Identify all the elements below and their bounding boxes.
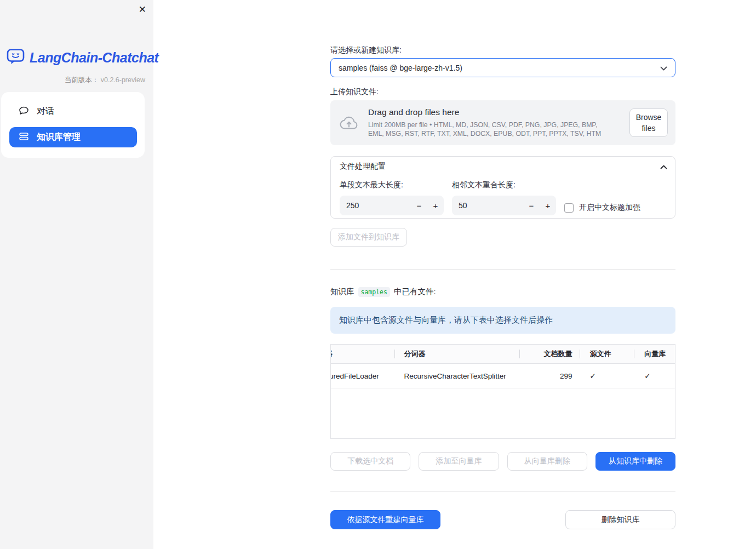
download-selected-button[interactable]: 下载选中文档 [330, 452, 410, 471]
delete-from-kb-button[interactable]: 从知识库中删除 [595, 452, 675, 471]
dropzone-text: Drag and drop files here Limit 200MB per… [368, 107, 667, 138]
file-action-buttons: 下载选中文档 添加至向量库 从向量库删除 从知识库中删除 [330, 452, 675, 471]
overlap-size-field: 相邻文本重合长度: 50 − + [452, 177, 556, 215]
chunk-size-input[interactable]: 250 − + [340, 196, 444, 215]
sidebar-close-button[interactable]: ✕ [139, 3, 146, 15]
table-header-source-file[interactable]: 源文件 [580, 345, 634, 363]
expander-title: 文件处理配置 [340, 162, 660, 171]
table-header-vector-store[interactable]: 向量库 [634, 345, 675, 363]
cell-vector-store-check: ✓ [634, 364, 675, 388]
add-files-to-kb-button[interactable]: 添加文件到知识库 [330, 228, 407, 247]
chat-bubble-icon [18, 105, 30, 118]
table-row[interactable]: uredFileLoader RecursiveCharacterTextSpl… [331, 364, 675, 388]
divider [330, 491, 675, 492]
chunk-size-value: 250 [346, 201, 411, 210]
chat-smiley-logo-icon [7, 48, 25, 67]
chunk-size-decrement-button[interactable]: − [411, 196, 427, 215]
divider [330, 269, 675, 270]
cloud-upload-icon [339, 115, 359, 134]
kb-select-value: samples (faiss @ bge-large-zh-v1.5) [339, 64, 660, 72]
kb-select-label: 请选择或新建知识库: [330, 45, 675, 55]
main-content: 请选择或新建知识库: samples (faiss @ bge-large-zh… [330, 0, 675, 549]
overlap-size-label: 相邻文本重合长度: [452, 180, 556, 190]
cell-doc-count: 299 [519, 364, 580, 388]
cell-source-file-check: ✓ [580, 364, 634, 388]
version-info: 当前版本： v0.2.6-preview [65, 76, 145, 85]
chunk-size-label: 单段文本最大长度: [340, 180, 444, 190]
kb-action-buttons: 依据源文件重建向量库 删除知识库 [330, 510, 675, 529]
kb-name-code: samples [358, 287, 390, 297]
sidebar-item-knowledge-base[interactable]: 知识库管理 [9, 127, 137, 147]
overlap-size-increment-button[interactable]: + [540, 196, 556, 215]
kb-files-heading: 知识库 samples 中已有文件: [330, 287, 675, 297]
sidebar: ✕ LangChain-Chatchat 当前版本： v0.2.6-previe… [0, 0, 153, 549]
overlap-size-decrement-button[interactable]: − [523, 196, 540, 215]
list-icon [18, 131, 30, 144]
add-to-vector-store-button[interactable]: 添加至向量库 [419, 452, 499, 471]
cell-loader: uredFileLoader [331, 364, 394, 388]
info-banner: 知识库中包含源文件与向量库，请从下表中选择文件后操作 [330, 307, 675, 334]
check-icon: ✓ [590, 371, 596, 380]
table-header-row: 器 分词器 文档数量 源文件 向量库 [331, 345, 675, 364]
file-dropzone[interactable]: Drag and drop files here Limit 200MB per… [330, 100, 675, 145]
rebuild-vector-store-button[interactable]: 依据源文件重建向量库 [330, 510, 440, 529]
version-label: 当前版本： [65, 76, 99, 84]
zh-title-enhance-checkbox[interactable] [564, 203, 574, 213]
chevron-down-icon [660, 64, 667, 72]
chunk-size-field: 单段文本最大长度: 250 − + [340, 177, 444, 215]
chunk-size-increment-button[interactable]: + [427, 196, 444, 215]
expander-body: 单段文本最大长度: 250 − + 相邻文本重合长度: 50 − + 开启中文标… [331, 176, 675, 215]
sidebar-item-dialogue[interactable]: 对话 [9, 101, 137, 122]
chevron-up-icon [660, 162, 667, 171]
info-banner-text: 知识库中包含源文件与向量库，请从下表中选择文件后操作 [339, 315, 553, 325]
kb-select[interactable]: samples (faiss @ bge-large-zh-v1.5) [330, 58, 675, 77]
upload-label: 上传知识文件: [330, 87, 675, 97]
version-value: v0.2.6-preview [101, 76, 145, 84]
app-title: LangChain-Chatchat [30, 50, 158, 66]
check-icon: ✓ [644, 371, 650, 380]
zh-title-enhance-label: 开启中文标题加强 [579, 203, 640, 213]
sidebar-menu: 对话 知识库管理 [1, 92, 145, 158]
overlap-size-value: 50 [459, 201, 523, 210]
kb-files-prefix: 知识库 [330, 287, 354, 297]
kb-files-table[interactable]: 器 分词器 文档数量 源文件 向量库 uredFileLoader Recurs… [330, 344, 675, 439]
table-header-loader[interactable]: 器 [331, 345, 394, 363]
file-config-expander: 文件处理配置 单段文本最大长度: 250 − + 相邻文本重合长度: 50 [330, 156, 675, 219]
close-icon: ✕ [139, 4, 146, 15]
delete-kb-button[interactable]: 删除知识库 [565, 510, 675, 529]
table-header-doc-count[interactable]: 文档数量 [519, 345, 580, 363]
sidebar-item-label: 知识库管理 [37, 131, 81, 143]
sidebar-item-label: 对话 [37, 106, 54, 117]
dropzone-title: Drag and drop files here [368, 107, 610, 117]
browse-files-button[interactable]: Browse files [629, 108, 668, 137]
expander-header[interactable]: 文件处理配置 [331, 157, 675, 176]
overlap-size-input[interactable]: 50 − + [452, 196, 556, 215]
dropzone-hint: Limit 200MB per file • HTML, MD, JSON, C… [368, 121, 610, 138]
delete-from-vector-store-button[interactable]: 从向量库删除 [507, 452, 587, 471]
cell-splitter: RecursiveCharacterTextSplitter [394, 364, 519, 388]
zh-title-enhance-field: 开启中文标题加强 [564, 200, 640, 215]
app-logo: LangChain-Chatchat [7, 48, 158, 67]
table-header-splitter[interactable]: 分词器 [394, 345, 519, 363]
kb-files-suffix: 中已有文件: [394, 287, 436, 297]
